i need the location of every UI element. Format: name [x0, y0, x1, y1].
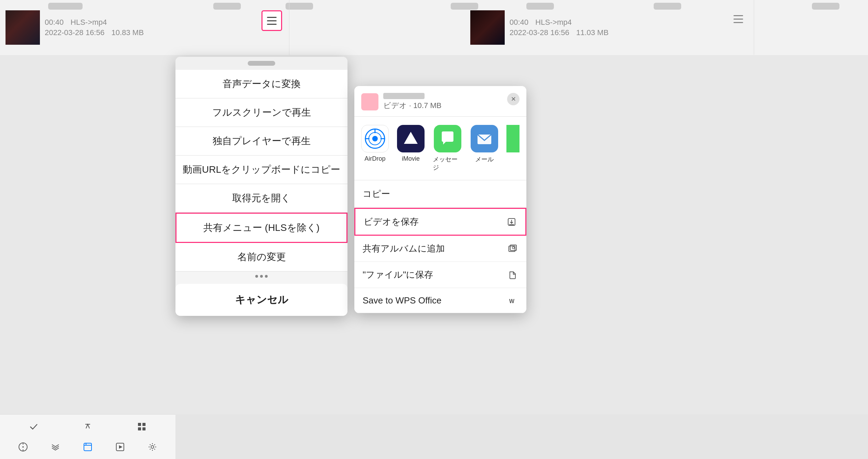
toolbar-top	[0, 415, 175, 437]
video-menu-btn-1[interactable]	[261, 10, 282, 31]
share-sheet-filename-redacted	[383, 93, 425, 99]
video-thumbnail-2	[470, 10, 505, 45]
svg-marker-6	[404, 132, 418, 144]
context-menu-item-1[interactable]: フルスクリーンで再生	[175, 98, 347, 127]
context-menu-item-5[interactable]: 共有メニュー (HLSを除く)	[175, 213, 347, 243]
video-duration-1: 00:40	[45, 18, 64, 27]
app-icon-messages	[434, 125, 461, 152]
video-date-2: 2022-03-28 16:56	[510, 28, 569, 37]
shared-album-label: 共有アルバムに追加	[363, 243, 507, 255]
context-menu-header	[175, 57, 347, 70]
svg-point-2	[372, 136, 378, 141]
context-menu-item-4[interactable]: 取得元を開く	[175, 184, 347, 213]
toolbar-play[interactable]	[113, 440, 127, 454]
video-thumbnail-1	[6, 10, 40, 45]
video-duration-2: 00:40	[510, 18, 528, 27]
app-icons-row: AirDrop iMovie メッセージ	[354, 117, 526, 180]
messages-svg	[439, 130, 456, 147]
toolbar-sort[interactable]	[81, 420, 95, 434]
context-menu-item-3[interactable]: 動画URLをクリップボードにコピー	[175, 156, 347, 184]
airdrop-svg	[365, 128, 385, 149]
share-sheet-title-area: ビデオ · 10.7 MB	[383, 93, 519, 111]
app-icon-imovie	[397, 125, 425, 152]
svg-marker-28	[119, 445, 122, 449]
svg-rect-19	[142, 427, 146, 430]
svg-rect-18	[138, 427, 141, 430]
video-item-1[interactable]: 00:40 HLS->mp4 2022-03-28 16:56 10.83 MB	[0, 0, 289, 55]
hamburger-icon-2	[733, 15, 743, 23]
share-sheet-icon	[361, 93, 378, 110]
share-sheet-file-info: ビデオ · 10.7 MB	[383, 100, 519, 111]
app-icon-label-imovie: iMovie	[402, 155, 420, 162]
app-icon-item-partial	[506, 125, 519, 172]
svg-rect-24	[84, 443, 92, 451]
video-date-1: 2022-03-28 16:56	[45, 28, 105, 37]
imovie-svg	[402, 130, 419, 147]
share-action-shared-album[interactable]: 共有アルバムに追加	[354, 236, 526, 262]
redacted-bar-7	[812, 3, 839, 10]
share-action-save-video[interactable]: ビデオを保存	[354, 208, 526, 236]
video-item-2[interactable]: 00:40 HLS->mp4 2022-03-28 16:56 11.03 MB	[465, 0, 754, 55]
svg-rect-16	[138, 423, 141, 426]
toolbar-archive[interactable]	[81, 440, 95, 454]
toolbar-grid[interactable]	[135, 420, 149, 434]
toolbar-compass[interactable]	[16, 440, 30, 454]
share-action-save-file[interactable]: "ファイル"に保存	[354, 262, 526, 288]
app-icon-item-messages[interactable]: メッセージ	[433, 125, 462, 172]
toolbar-bottom	[0, 437, 175, 459]
video-menu-btn-2[interactable]	[730, 10, 747, 28]
video-size-2: 11.03 MB	[576, 28, 609, 37]
app-icon-airdrop	[361, 125, 389, 152]
copy-action[interactable]: コピー	[354, 180, 526, 208]
hamburger-icon-1	[267, 17, 277, 25]
svg-point-21	[22, 446, 24, 448]
context-menu-cancel[interactable]: キャンセル	[175, 284, 347, 316]
svg-point-29	[151, 446, 154, 448]
redacted-bar-3	[286, 3, 313, 10]
app-icon-label-airdrop: AirDrop	[364, 155, 385, 162]
save-video-icon	[506, 216, 517, 227]
svg-point-13	[512, 247, 514, 249]
app-icon-item-imovie[interactable]: iMovie	[397, 125, 425, 172]
app-icon-mail	[471, 125, 498, 152]
shared-album-icon	[507, 243, 518, 254]
save-file-icon	[507, 269, 518, 280]
video-format-1: HLS->mp4	[71, 18, 107, 27]
video-size-1: 10.83 MB	[111, 28, 144, 37]
context-menu: 音声データに変換 フルスクリーンで再生 独自プレイヤーで再生 動画URLをクリッ…	[175, 57, 347, 316]
app-icon-label-messages: メッセージ	[433, 155, 462, 172]
app-icon-partial	[506, 125, 519, 152]
video-list-area: 00:40 HLS->mp4 2022-03-28 16:56 10.83 MB…	[0, 0, 868, 55]
save-video-label: ビデオを保存	[364, 216, 506, 228]
context-menu-item-2[interactable]: 独自プレイヤーで再生	[175, 127, 347, 156]
svg-text:W: W	[509, 298, 515, 304]
share-sheet-close-button[interactable]: ✕	[507, 93, 519, 105]
video-meta-2: 00:40 HLS->mp4 2022-03-28 16:56 11.03 MB	[510, 18, 748, 37]
context-menu-item-6[interactable]: 名前の変更	[175, 243, 347, 271]
share-sheet: ビデオ · 10.7 MB ✕ AirDrop	[354, 86, 526, 313]
wps-icon: W	[507, 295, 518, 306]
context-menu-more-dots	[175, 271, 347, 281]
svg-rect-17	[142, 423, 146, 426]
bottom-toolbar	[0, 414, 175, 459]
app-icon-item-airdrop[interactable]: AirDrop	[361, 125, 389, 172]
toolbar-settings[interactable]	[146, 440, 159, 454]
video-meta-1: 00:40 HLS->mp4 2022-03-28 16:56 10.83 MB	[45, 18, 283, 37]
app-icon-label-mail: メール	[475, 155, 494, 163]
share-action-wps[interactable]: Save to WPS Office W	[354, 288, 526, 313]
save-file-label: "ファイル"に保存	[363, 269, 507, 281]
mail-svg	[476, 130, 493, 147]
toolbar-layers[interactable]	[49, 440, 62, 454]
toolbar-checkmark[interactable]	[27, 420, 41, 434]
video-format-2: HLS->mp4	[535, 18, 572, 27]
share-sheet-header: ビデオ · 10.7 MB ✕	[354, 86, 526, 117]
app-icon-item-mail[interactable]: メール	[471, 125, 498, 172]
context-menu-pill	[248, 61, 275, 66]
wps-label: Save to WPS Office	[363, 295, 507, 306]
context-menu-item-0[interactable]: 音声データに変換	[175, 70, 347, 98]
